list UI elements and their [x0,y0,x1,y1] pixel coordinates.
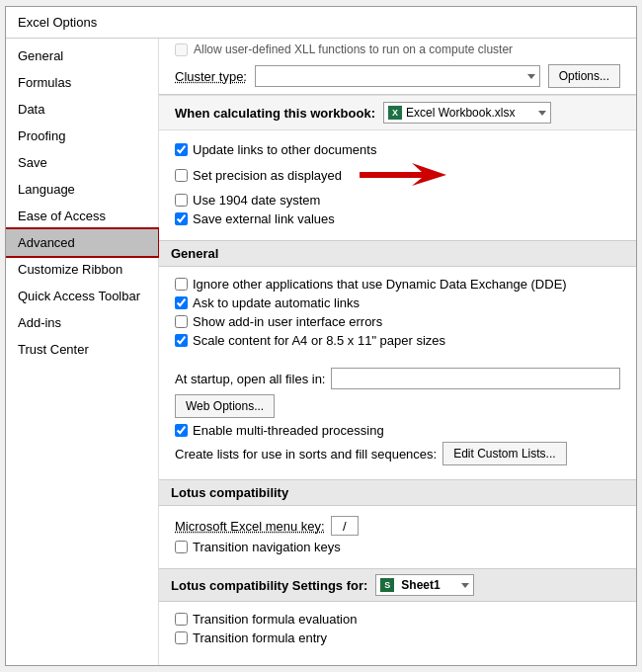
sidebar-item-trust-center[interactable]: Trust Center [6,336,158,363]
title-bar: Excel Options [6,7,636,39]
cluster-row: Cluster type: Options... [159,60,636,95]
sidebar-item-quick-access-toolbar[interactable]: Quick Access Toolbar [6,283,158,309]
menu-key-input[interactable] [331,516,359,536]
ignore-dde-label[interactable]: Ignore other applications that use Dynam… [175,277,567,292]
set-precision-text: Set precision as displayed [193,168,342,183]
transition-formula-eval-text: Transition formula evaluation [193,612,357,627]
save-external-row: Save external link values [175,211,620,226]
workbook-row: When calculating this workbook: X Excel … [159,95,636,130]
options-button[interactable]: Options... [548,64,620,88]
set-precision-row: Set precision as displayed [175,161,620,189]
menu-key-row: Microsoft Excel menu key: [175,516,620,536]
lotus-section-header: Lotus compatibility [159,479,636,506]
lotus-settings-section-header: Lotus compatibility Settings for: S Shee… [159,568,636,602]
startup-label: At startup, open all files in: [175,372,325,386]
startup-input[interactable] [331,368,620,389]
ask-update-checkbox[interactable] [175,296,188,309]
ignore-dde-row: Ignore other applications that use Dynam… [175,277,620,292]
web-options-row: Web Options... [175,394,620,418]
edit-custom-lists-button[interactable]: Edit Custom Lists... [442,442,566,465]
lotus-sheet-dropdown-arrow [461,583,469,588]
transition-nav-label[interactable]: Transition navigation keys [175,540,341,554]
sidebar-item-advanced[interactable]: Advanced [6,229,158,256]
svg-marker-0 [360,163,446,186]
sidebar-item-customize-ribbon[interactable]: Customize Ribbon [6,256,158,283]
sheet-name: Sheet1 [401,578,440,592]
show-addin-errors-text: Show add-in user interface errors [193,314,382,329]
use-1904-row: Use 1904 date system [175,193,620,208]
menu-key-label: Microsoft Excel menu key: [175,519,325,534]
ignore-dde-checkbox[interactable] [175,278,188,291]
transition-formula-entry-checkbox[interactable] [175,631,188,644]
workbook-section-label: When calculating this workbook: [175,106,375,121]
dialog-title: Excel Options [18,15,97,30]
use-1904-checkbox[interactable] [175,194,188,207]
use-1904-text: Use 1904 date system [193,193,320,208]
allow-xll-label: Allow user-defined XLL functions to run … [194,42,513,56]
scale-content-checkbox[interactable] [175,334,188,347]
set-precision-checkbox[interactable] [175,169,188,182]
lotus-sheet-dropdown[interactable]: S Sheet1 [375,574,474,596]
general-section-header: General [159,240,636,267]
sidebar-item-language[interactable]: Language [6,176,158,203]
update-links-label[interactable]: Update links to other documents [175,142,376,157]
transition-formula-entry-text: Transition formula entry [193,630,327,645]
cluster-type-dropdown[interactable] [255,65,540,87]
web-options-button[interactable]: Web Options... [175,394,275,418]
transition-formula-entry-label[interactable]: Transition formula entry [175,630,327,645]
multithreaded-label[interactable]: Enable multi-threaded processing [175,423,384,438]
workbook-options: Update links to other documentsSet preci… [159,132,636,236]
show-addin-errors-label[interactable]: Show add-in user interface errors [175,314,382,329]
excel-options-dialog: Excel Options GeneralFormulasDataProofin… [5,6,637,666]
save-external-checkbox[interactable] [175,212,188,225]
workbook-dropdown-arrow [538,111,546,116]
lotus-section-content: Microsoft Excel menu key: Transition nav… [159,506,636,564]
transition-nav-text: Transition navigation keys [193,540,341,554]
scale-content-row: Scale content for A4 or 8.5 x 11" paper … [175,333,620,348]
multithreaded-row: Enable multi-threaded processing [175,423,620,438]
startup-row: At startup, open all files in: [175,368,620,389]
sidebar-item-formulas[interactable]: Formulas [6,69,158,96]
save-external-label[interactable]: Save external link values [175,211,335,226]
scale-content-label[interactable]: Scale content for A4 or 8.5 x 11" paper … [175,333,445,348]
transition-formula-eval-checkbox[interactable] [175,613,188,626]
scale-content-text: Scale content for A4 or 8.5 x 11" paper … [193,333,445,348]
show-addin-errors-row: Show add-in user interface errors [175,314,620,329]
transition-nav-row: Transition navigation keys [175,540,620,554]
cluster-dropdown-arrow [527,74,535,79]
workbook-dropdown[interactable]: X Excel Workbook.xlsx [383,102,551,124]
transition-nav-checkbox[interactable] [175,541,188,553]
sidebar-item-proofing[interactable]: Proofing [6,123,158,149]
update-links-text: Update links to other documents [193,142,376,157]
transition-formula-eval-label[interactable]: Transition formula evaluation [175,612,357,627]
save-external-text: Save external link values [193,211,335,226]
precision-arrow-icon [348,161,446,189]
sidebar-item-general[interactable]: General [6,42,158,69]
allow-xll-checkbox[interactable] [175,43,188,56]
sidebar-item-ease-of-access[interactable]: Ease of Access [6,203,158,229]
show-addin-errors-checkbox[interactable] [175,315,188,328]
general-section-content: Ignore other applications that use Dynam… [159,267,636,358]
ask-update-text: Ask to update automatic links [193,295,360,310]
lotus-settings-title: Lotus compatibility Settings for: [171,578,367,593]
multithreaded-checkbox[interactable] [175,424,188,437]
use-1904-label[interactable]: Use 1904 date system [175,193,320,208]
startup-row-wrapper: At startup, open all files in: Web Optio… [159,358,636,475]
sidebar-item-save[interactable]: Save [6,149,158,176]
multithreaded-text: Enable multi-threaded processing [193,423,384,438]
update-links-checkbox[interactable] [175,143,188,156]
sidebar: GeneralFormulasDataProofingSaveLanguageE… [6,39,159,665]
cluster-top-row: Allow user-defined XLL functions to run … [159,39,636,60]
transition-formula-eval-row: Transition formula evaluation [175,612,620,627]
lotus-settings-content: Transition formula evaluationTransition … [159,602,636,655]
main-content: Allow user-defined XLL functions to run … [159,39,636,665]
sheet-icon: S [380,578,394,592]
ask-update-label[interactable]: Ask to update automatic links [175,295,360,310]
custom-lists-row: Create lists for use in sorts and fill s… [175,442,620,465]
set-precision-label[interactable]: Set precision as displayed [175,168,342,183]
ignore-dde-text: Ignore other applications that use Dynam… [193,277,567,292]
sidebar-item-add-ins[interactable]: Add-ins [6,309,158,336]
workbook-name: Excel Workbook.xlsx [406,106,515,120]
transition-formula-entry-row: Transition formula entry [175,630,620,645]
sidebar-item-data[interactable]: Data [6,96,158,123]
